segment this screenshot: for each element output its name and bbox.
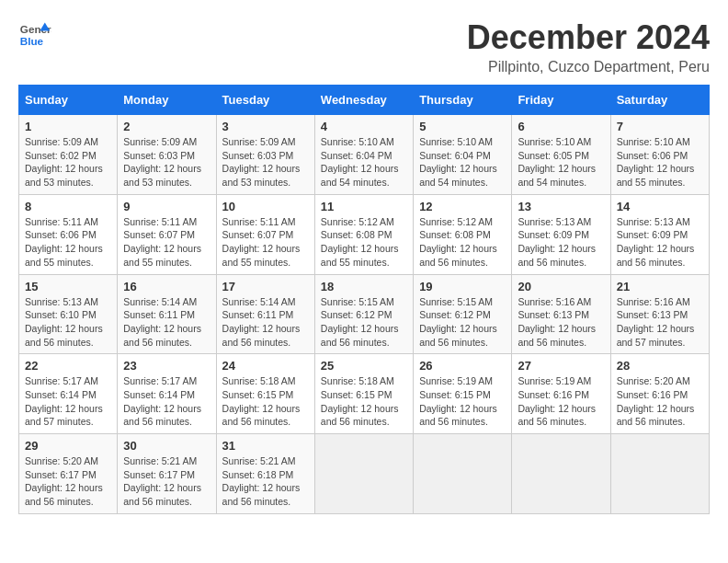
day-number: 7 [617,120,703,133]
day-number: 25 [321,359,407,373]
day-number: 8 [25,200,111,213]
calendar-cell: 12Sunrise: 5:12 AM Sunset: 6:08 PM Dayli… [414,194,512,274]
calendar-cell: 16Sunrise: 5:14 AM Sunset: 6:11 PM Dayli… [118,274,216,354]
calendar-cell: 15Sunrise: 5:13 AM Sunset: 6:10 PM Dayli… [19,274,118,354]
day-info: Sunrise: 5:13 AM Sunset: 6:10 PM Dayligh… [25,295,111,350]
calendar-cell: 7Sunrise: 5:10 AM Sunset: 6:06 PM Daylig… [610,115,709,195]
calendar-cell: 3Sunrise: 5:09 AM Sunset: 6:03 PM Daylig… [216,115,314,195]
day-info: Sunrise: 5:11 AM Sunset: 6:07 PM Dayligh… [222,215,309,270]
calendar-week-row: 29Sunrise: 5:20 AM Sunset: 6:17 PM Dayli… [19,434,710,514]
day-number: 10 [222,200,309,213]
calendar-table: SundayMondayTuesdayWednesdayThursdayFrid… [18,85,710,514]
calendar-cell: 22Sunrise: 5:17 AM Sunset: 6:14 PM Dayli… [19,354,118,434]
day-number: 22 [25,359,111,373]
day-info: Sunrise: 5:15 AM Sunset: 6:12 PM Dayligh… [419,295,506,350]
day-info: Sunrise: 5:09 AM Sunset: 6:02 PM Dayligh… [25,135,111,190]
calendar-week-row: 22Sunrise: 5:17 AM Sunset: 6:14 PM Dayli… [19,354,710,434]
calendar-cell: 17Sunrise: 5:14 AM Sunset: 6:11 PM Dayli… [216,274,314,354]
calendar-cell [314,434,413,514]
day-number: 21 [617,280,703,293]
day-info: Sunrise: 5:18 AM Sunset: 6:15 PM Dayligh… [321,374,407,429]
day-number: 20 [518,280,604,293]
day-number: 15 [25,280,111,293]
day-info: Sunrise: 5:18 AM Sunset: 6:15 PM Dayligh… [222,374,309,429]
calendar-week-row: 15Sunrise: 5:13 AM Sunset: 6:10 PM Dayli… [19,274,710,354]
day-number: 29 [25,439,111,453]
logo-icon: General Blue [18,18,51,52]
calendar-cell: 1Sunrise: 5:09 AM Sunset: 6:02 PM Daylig… [19,115,118,195]
weekday-header-tuesday: Tuesday [216,86,314,115]
calendar-cell [414,434,512,514]
day-info: Sunrise: 5:20 AM Sunset: 6:16 PM Dayligh… [617,374,703,429]
day-info: Sunrise: 5:14 AM Sunset: 6:11 PM Dayligh… [123,295,210,350]
calendar-cell: 24Sunrise: 5:18 AM Sunset: 6:15 PM Dayli… [216,354,314,434]
calendar-cell: 21Sunrise: 5:16 AM Sunset: 6:13 PM Dayli… [610,274,709,354]
calendar-cell: 6Sunrise: 5:10 AM Sunset: 6:05 PM Daylig… [512,115,610,195]
day-info: Sunrise: 5:12 AM Sunset: 6:08 PM Dayligh… [321,215,407,270]
calendar-cell: 29Sunrise: 5:20 AM Sunset: 6:17 PM Dayli… [19,434,118,514]
calendar-cell: 26Sunrise: 5:19 AM Sunset: 6:15 PM Dayli… [414,354,512,434]
calendar-cell [610,434,709,514]
day-number: 9 [123,200,210,213]
weekday-header-thursday: Thursday [414,86,512,115]
day-number: 5 [419,120,506,133]
day-info: Sunrise: 5:20 AM Sunset: 6:17 PM Dayligh… [25,454,111,509]
weekday-header-row: SundayMondayTuesdayWednesdayThursdayFrid… [19,86,710,115]
day-number: 30 [123,439,210,453]
calendar-cell: 10Sunrise: 5:11 AM Sunset: 6:07 PM Dayli… [216,194,314,274]
page-title: December 2024 [467,18,710,57]
day-info: Sunrise: 5:21 AM Sunset: 6:18 PM Dayligh… [222,454,309,509]
calendar-cell: 11Sunrise: 5:12 AM Sunset: 6:08 PM Dayli… [314,194,413,274]
day-number: 31 [222,439,309,453]
day-number: 2 [123,120,210,133]
calendar-cell: 19Sunrise: 5:15 AM Sunset: 6:12 PM Dayli… [414,274,512,354]
day-info: Sunrise: 5:16 AM Sunset: 6:13 PM Dayligh… [617,295,703,350]
calendar-cell: 23Sunrise: 5:17 AM Sunset: 6:14 PM Dayli… [118,354,216,434]
day-number: 11 [321,200,407,213]
day-info: Sunrise: 5:13 AM Sunset: 6:09 PM Dayligh… [617,215,703,270]
header: General Blue December 2024 Pillpinto, Cu… [18,18,710,75]
day-info: Sunrise: 5:11 AM Sunset: 6:06 PM Dayligh… [25,215,111,270]
calendar-cell: 28Sunrise: 5:20 AM Sunset: 6:16 PM Dayli… [610,354,709,434]
day-info: Sunrise: 5:11 AM Sunset: 6:07 PM Dayligh… [123,215,210,270]
day-number: 6 [518,120,604,133]
calendar-cell: 2Sunrise: 5:09 AM Sunset: 6:03 PM Daylig… [118,115,216,195]
day-number: 28 [617,359,703,373]
day-number: 19 [419,280,506,293]
calendar-cell: 13Sunrise: 5:13 AM Sunset: 6:09 PM Dayli… [512,194,610,274]
day-info: Sunrise: 5:14 AM Sunset: 6:11 PM Dayligh… [222,295,309,350]
calendar-cell: 31Sunrise: 5:21 AM Sunset: 6:18 PM Dayli… [216,434,314,514]
day-info: Sunrise: 5:17 AM Sunset: 6:14 PM Dayligh… [123,374,210,429]
day-info: Sunrise: 5:09 AM Sunset: 6:03 PM Dayligh… [222,135,309,190]
weekday-header-monday: Monday [118,86,216,115]
day-number: 12 [419,200,506,213]
day-info: Sunrise: 5:13 AM Sunset: 6:09 PM Dayligh… [518,215,604,270]
logo: General Blue [18,18,51,52]
weekday-header-wednesday: Wednesday [314,86,413,115]
title-area: December 2024 Pillpinto, Cuzco Departmen… [467,18,710,75]
day-info: Sunrise: 5:19 AM Sunset: 6:15 PM Dayligh… [419,374,506,429]
day-number: 23 [123,359,210,373]
day-info: Sunrise: 5:12 AM Sunset: 6:08 PM Dayligh… [419,215,506,270]
calendar-cell: 14Sunrise: 5:13 AM Sunset: 6:09 PM Dayli… [610,194,709,274]
svg-text:Blue: Blue [20,35,44,47]
day-number: 14 [617,200,703,213]
day-number: 18 [321,280,407,293]
calendar-cell: 4Sunrise: 5:10 AM Sunset: 6:04 PM Daylig… [314,115,413,195]
day-number: 27 [518,359,604,373]
weekday-header-sunday: Sunday [19,86,118,115]
day-number: 26 [419,359,506,373]
calendar-cell: 25Sunrise: 5:18 AM Sunset: 6:15 PM Dayli… [314,354,413,434]
calendar-cell [512,434,610,514]
calendar-cell: 9Sunrise: 5:11 AM Sunset: 6:07 PM Daylig… [118,194,216,274]
day-number: 1 [25,120,111,133]
day-info: Sunrise: 5:10 AM Sunset: 6:04 PM Dayligh… [419,135,506,190]
calendar-cell: 5Sunrise: 5:10 AM Sunset: 6:04 PM Daylig… [414,115,512,195]
day-info: Sunrise: 5:21 AM Sunset: 6:17 PM Dayligh… [123,454,210,509]
day-number: 3 [222,120,309,133]
calendar-cell: 27Sunrise: 5:19 AM Sunset: 6:16 PM Dayli… [512,354,610,434]
day-number: 17 [222,280,309,293]
day-info: Sunrise: 5:09 AM Sunset: 6:03 PM Dayligh… [123,135,210,190]
calendar-cell: 30Sunrise: 5:21 AM Sunset: 6:17 PM Dayli… [118,434,216,514]
calendar-cell: 18Sunrise: 5:15 AM Sunset: 6:12 PM Dayli… [314,274,413,354]
